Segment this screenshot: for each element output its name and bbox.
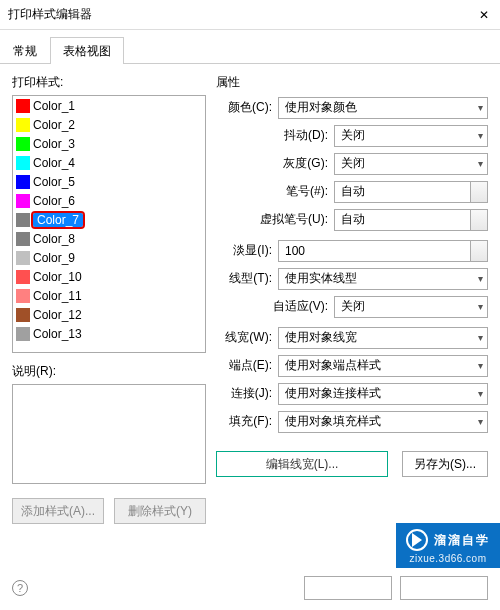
- print-styles-listbox[interactable]: Color_1Color_2Color_3Color_4Color_5Color…: [12, 95, 206, 353]
- list-item[interactable]: Color_8: [13, 229, 205, 248]
- chevron-up-icon[interactable]: ▲: [476, 183, 484, 192]
- endcap-dropdown[interactable]: 使用对象端点样式▾: [278, 355, 488, 377]
- list-item-label: Color_7: [33, 213, 83, 227]
- dither-dropdown[interactable]: 关闭▾: [334, 125, 488, 147]
- vpen-stepper[interactable]: 自动▲▼: [334, 209, 488, 231]
- endcap-label: 端点(E):: [216, 357, 278, 374]
- color-label: 颜色(C):: [216, 99, 278, 116]
- chevron-down-icon[interactable]: ▼: [476, 220, 484, 229]
- chevron-down-icon: ▾: [478, 388, 483, 399]
- shade-value: 100: [285, 244, 305, 258]
- list-item-label: Color_3: [33, 137, 75, 151]
- help-icon[interactable]: ?: [12, 580, 28, 596]
- list-item[interactable]: Color_4: [13, 153, 205, 172]
- play-icon: [406, 529, 428, 551]
- list-item[interactable]: Color_1: [13, 96, 205, 115]
- list-item[interactable]: Color_7: [13, 210, 205, 229]
- linetype-value: 使用实体线型: [285, 270, 357, 287]
- list-item[interactable]: Color_11: [13, 286, 205, 305]
- pen-stepper[interactable]: 自动▲▼: [334, 181, 488, 203]
- delete-style-button: 删除样式(Y): [114, 498, 206, 524]
- lineweight-value: 使用对象线宽: [285, 329, 357, 346]
- list-item-label: Color_12: [33, 308, 82, 322]
- chevron-down-icon: ▾: [478, 416, 483, 427]
- color-dropdown[interactable]: 使用对象颜色▾: [278, 97, 488, 119]
- chevron-up-icon[interactable]: ▲: [476, 242, 484, 251]
- tab-table-view[interactable]: 表格视图: [50, 37, 124, 64]
- pen-label: 笔号(#):: [216, 183, 334, 200]
- linetype-label: 线型(T):: [216, 270, 278, 287]
- gray-value: 关闭: [341, 155, 365, 172]
- dither-label: 抖动(D):: [216, 127, 334, 144]
- lineweight-label: 线宽(W):: [216, 329, 278, 346]
- chevron-down-icon: ▾: [478, 332, 483, 343]
- chevron-down-icon: ▾: [478, 301, 483, 312]
- color-swatch-icon: [16, 118, 30, 132]
- watermark-url: zixue.3d66.com: [409, 553, 486, 564]
- color-swatch-icon: [16, 213, 30, 227]
- linetype-dropdown[interactable]: 使用实体线型▾: [278, 268, 488, 290]
- color-swatch-icon: [16, 308, 30, 322]
- fill-value: 使用对象填充样式: [285, 413, 381, 430]
- list-item[interactable]: Color_5: [13, 172, 205, 191]
- edit-lineweight-button[interactable]: 编辑线宽(L)...: [216, 451, 388, 477]
- chevron-down-icon: ▾: [478, 273, 483, 284]
- shade-stepper[interactable]: 100▲▼: [278, 240, 488, 262]
- chevron-down-icon: ▾: [478, 360, 483, 371]
- color-swatch-icon: [16, 232, 30, 246]
- lineweight-dropdown[interactable]: 使用对象线宽▾: [278, 327, 488, 349]
- list-item[interactable]: Color_10: [13, 267, 205, 286]
- save-as-button[interactable]: 另存为(S)...: [402, 451, 488, 477]
- shade-label: 淡显(I):: [216, 242, 278, 259]
- list-item[interactable]: Color_9: [13, 248, 205, 267]
- list-item[interactable]: Color_6: [13, 191, 205, 210]
- watermark-brand: 溜溜自学: [434, 532, 490, 549]
- gray-dropdown[interactable]: 关闭▾: [334, 153, 488, 175]
- print-styles-label: 打印样式:: [12, 74, 206, 91]
- endcap-value: 使用对象端点样式: [285, 357, 381, 374]
- color-swatch-icon: [16, 289, 30, 303]
- tabstrip: 常规 表格视图: [0, 36, 500, 64]
- dither-value: 关闭: [341, 127, 365, 144]
- list-item-label: Color_4: [33, 156, 75, 170]
- watermark: 溜溜自学 zixue.3d66.com: [396, 523, 500, 568]
- list-item-label: Color_6: [33, 194, 75, 208]
- list-item[interactable]: Color_2: [13, 115, 205, 134]
- chevron-down-icon[interactable]: ▼: [476, 251, 484, 260]
- dialog-footer: ?: [12, 576, 488, 600]
- adaptive-label: 自适应(V):: [216, 298, 334, 315]
- properties-label: 属性: [216, 74, 488, 91]
- color-swatch-icon: [16, 137, 30, 151]
- adaptive-dropdown[interactable]: 关闭▾: [334, 296, 488, 318]
- fill-dropdown[interactable]: 使用对象填充样式▾: [278, 411, 488, 433]
- close-icon[interactable]: ✕: [476, 8, 492, 22]
- ok-button[interactable]: [304, 576, 392, 600]
- description-input[interactable]: [12, 384, 206, 484]
- chevron-down-icon: ▾: [478, 130, 483, 141]
- list-item[interactable]: Color_3: [13, 134, 205, 153]
- list-item-label: Color_1: [33, 99, 75, 113]
- list-item-label: Color_8: [33, 232, 75, 246]
- gray-label: 灰度(G):: [216, 155, 334, 172]
- cancel-button[interactable]: [400, 576, 488, 600]
- color-swatch-icon: [16, 175, 30, 189]
- list-item[interactable]: Color_13: [13, 324, 205, 343]
- list-item-label: Color_2: [33, 118, 75, 132]
- color-swatch-icon: [16, 327, 30, 341]
- color-swatch-icon: [16, 99, 30, 113]
- join-dropdown[interactable]: 使用对象连接样式▾: [278, 383, 488, 405]
- list-item-label: Color_13: [33, 327, 82, 341]
- vpen-value: 自动: [341, 211, 365, 228]
- color-swatch-icon: [16, 194, 30, 208]
- adaptive-value: 关闭: [341, 298, 365, 315]
- titlebar: 打印样式编辑器 ✕: [0, 0, 500, 30]
- list-item[interactable]: Color_12: [13, 305, 205, 324]
- tab-general[interactable]: 常规: [0, 37, 50, 64]
- chevron-down-icon[interactable]: ▼: [476, 192, 484, 201]
- chevron-up-icon[interactable]: ▲: [476, 211, 484, 220]
- add-style-button: 添加样式(A)...: [12, 498, 104, 524]
- join-value: 使用对象连接样式: [285, 385, 381, 402]
- color-value: 使用对象颜色: [285, 99, 357, 116]
- chevron-down-icon: ▾: [478, 158, 483, 169]
- fill-label: 填充(F):: [216, 413, 278, 430]
